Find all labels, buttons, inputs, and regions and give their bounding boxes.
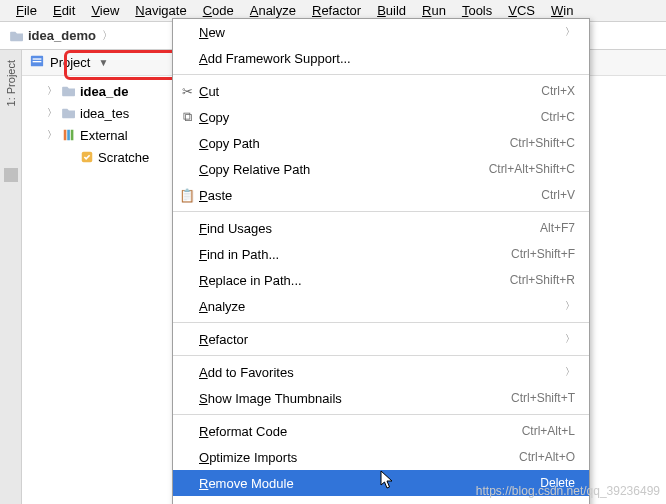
tree-item-label: External [80,128,128,143]
menu-item-label: New [199,25,545,40]
menu-tools[interactable]: Tools [454,2,500,19]
context-menu-item[interactable]: Replace in Path...Ctrl+Shift+R [173,267,589,293]
folder-icon [10,30,24,42]
chevron-right-icon: 〉 [565,299,575,313]
tool-window-gutter: 1: Project [0,50,22,504]
menu-code[interactable]: Code [195,2,242,19]
menu-item-shortcut: Ctrl+V [541,188,575,202]
lib-icon [61,128,77,142]
context-menu-item[interactable]: Copy PathCtrl+Shift+C [173,130,589,156]
menu-vcs[interactable]: VCS [500,2,543,19]
menu-refactor[interactable]: Refactor [304,2,369,19]
menu-item-label: Cut [199,84,521,99]
context-menu-item[interactable]: Add Framework Support... [173,45,589,71]
menu-item-shortcut: Ctrl+Alt+O [519,450,575,464]
chevron-right-icon[interactable]: 〉 [46,106,58,120]
menu-separator [173,322,589,323]
panel-title: Project [50,55,90,70]
context-menu-item[interactable]: Copy Relative PathCtrl+Alt+Shift+C [173,156,589,182]
svg-rect-4 [67,130,70,141]
menu-item-label: Copy Path [199,136,490,151]
chevron-right-icon[interactable]: 〉 [46,84,58,98]
project-icon [30,54,44,71]
cursor-icon [380,470,396,490]
menu-view[interactable]: View [83,2,127,19]
menu-file[interactable]: File [8,2,45,19]
breadcrumb-item[interactable]: idea_demo [10,28,96,43]
chevron-down-icon[interactable]: ▼ [98,57,108,68]
copy-icon: ⧉ [179,109,195,125]
menu-item-shortcut: Delete [540,476,575,490]
menu-navigate[interactable]: Navigate [127,2,194,19]
menu-item-label: Add to Favorites [199,365,545,380]
menu-item-shortcut: Ctrl+Shift+F [511,247,575,261]
context-menu-item[interactable]: Analyze〉 [173,293,589,319]
context-menu-item[interactable]: ✂CutCtrl+X [173,78,589,104]
menu-edit[interactable]: Edit [45,2,83,19]
menu-item-label: Optimize Imports [199,450,499,465]
breadcrumb-label: idea_demo [28,28,96,43]
menu-win[interactable]: Win [543,2,581,19]
scratch-icon [79,150,95,164]
context-menu-item[interactable]: Show Image ThumbnailsCtrl+Shift+T [173,385,589,411]
context-menu: New〉Add Framework Support...✂CutCtrl+X⧉C… [172,18,590,504]
menu-item-label: Copy Relative Path [199,162,469,177]
menu-item-label: Add Framework Support... [199,51,575,66]
context-menu-item[interactable]: Optimize ImportsCtrl+Alt+O [173,444,589,470]
menu-separator [173,414,589,415]
context-menu-item[interactable]: Refactor〉 [173,326,589,352]
menu-item-label: Analyze [199,299,545,314]
context-menu-item[interactable]: Build Module 'idea demo' [173,496,589,504]
menu-build[interactable]: Build [369,2,414,19]
menu-item-label: Find Usages [199,221,520,236]
menu-separator [173,211,589,212]
svg-rect-1 [33,58,42,59]
chevron-right-icon: 〉 [565,365,575,379]
chevron-right-icon: 〉 [565,332,575,346]
menu-item-label: Reformat Code [199,424,502,439]
gutter-stripe-icon [4,168,18,182]
menu-item-label: Paste [199,188,521,203]
context-menu-item[interactable]: Reformat CodeCtrl+Alt+L [173,418,589,444]
menu-item-label: Remove Module [199,476,520,491]
folder-icon [61,85,77,97]
context-menu-item[interactable]: 📋PasteCtrl+V [173,182,589,208]
tree-item-label: idea_de [80,84,128,99]
menu-item-label: Refactor [199,332,545,347]
context-menu-item[interactable]: ⧉CopyCtrl+C [173,104,589,130]
svg-rect-3 [64,130,67,141]
paste-icon: 📋 [179,188,195,203]
menu-item-label: Show Image Thumbnails [199,391,491,406]
cut-icon: ✂ [179,84,195,99]
menu-item-shortcut: Alt+F7 [540,221,575,235]
menu-separator [173,355,589,356]
folder-icon [61,107,77,119]
menu-item-shortcut: Ctrl+Alt+L [522,424,575,438]
menu-item-shortcut: Ctrl+Shift+T [511,391,575,405]
menu-item-shortcut: Ctrl+Shift+C [510,136,575,150]
svg-rect-5 [71,130,74,141]
context-menu-item[interactable]: Find UsagesAlt+F7 [173,215,589,241]
menu-item-label: Replace in Path... [199,273,490,288]
menu-analyze[interactable]: Analyze [242,2,304,19]
tree-item-label: Scratche [98,150,149,165]
chevron-right-icon: 〉 [102,28,113,43]
menu-item-shortcut: Ctrl+X [541,84,575,98]
chevron-right-icon[interactable]: 〉 [46,128,58,142]
menu-run[interactable]: Run [414,2,454,19]
menu-item-shortcut: Ctrl+Alt+Shift+C [489,162,575,176]
menu-item-shortcut: Ctrl+Shift+R [510,273,575,287]
menu-item-label: Copy [199,110,521,125]
svg-rect-2 [33,61,42,62]
context-menu-item[interactable]: Add to Favorites〉 [173,359,589,385]
gutter-label[interactable]: 1: Project [5,60,17,106]
context-menu-item[interactable]: New〉 [173,19,589,45]
menu-item-shortcut: Ctrl+C [541,110,575,124]
menu-item-label: Find in Path... [199,247,491,262]
context-menu-item[interactable]: Find in Path...Ctrl+Shift+F [173,241,589,267]
menu-separator [173,74,589,75]
chevron-right-icon: 〉 [565,25,575,39]
tree-item-label: idea_tes [80,106,129,121]
